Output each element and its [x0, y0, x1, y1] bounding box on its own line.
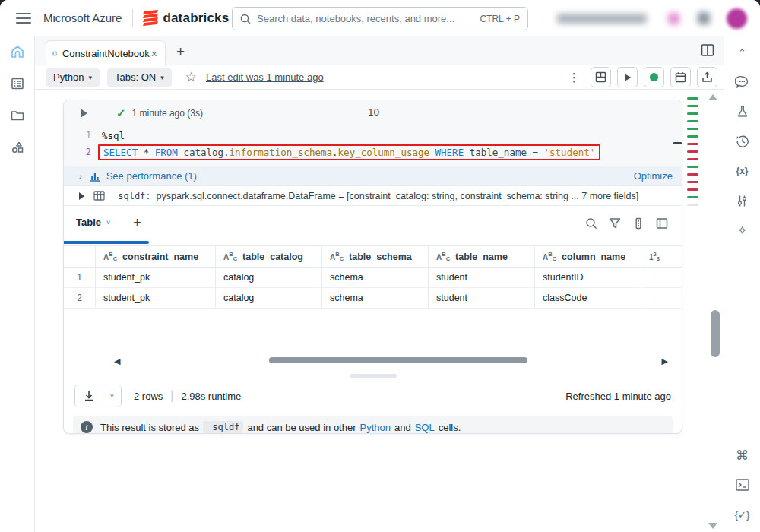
sql-token: .: [223, 147, 230, 158]
column-header[interactable]: ABCcolumn_name: [535, 246, 641, 267]
language-selector[interactable]: Python ▾: [46, 68, 100, 87]
databricks-logo[interactable]: databricks: [144, 11, 229, 26]
notebook-toolbar: Python ▾ Tabs: ON ▾ ☆ Last edit was 1 mi…: [35, 65, 724, 90]
topbar-right: [557, 0, 760, 36]
resize-handle[interactable]: [350, 374, 397, 378]
calendar-icon: [675, 71, 686, 83]
minimap-dash: [687, 204, 698, 206]
tab-table[interactable]: Table ˅: [76, 217, 110, 228]
sidebar-item-workflows[interactable]: [8, 138, 27, 157]
collapse-panel-icon[interactable]: ⌃: [734, 44, 751, 61]
scroll-left-icon[interactable]: ◀: [114, 356, 120, 366]
global-search[interactable]: CTRL + P: [232, 7, 528, 30]
overflow-menu-icon[interactable]: ⋮: [568, 71, 580, 84]
shortcuts-command-icon[interactable]: ⌘: [734, 447, 751, 464]
search-results-icon[interactable]: [585, 217, 597, 230]
list-icon: [10, 76, 25, 91]
sql-link[interactable]: SQL: [415, 422, 435, 433]
filter-icon[interactable]: [609, 217, 621, 230]
search-input[interactable]: [257, 13, 480, 24]
add-visualization-button[interactable]: +: [133, 215, 141, 231]
experiments-flask-icon[interactable]: [734, 103, 751, 120]
sidebar-item-notebooks[interactable]: [8, 74, 27, 93]
code-editor[interactable]: 1 %sql 2 SELECT * FROM catalog.informati…: [64, 125, 682, 166]
schedule-button[interactable]: [670, 67, 691, 87]
avatar[interactable]: [727, 8, 747, 29]
side-panel-icon[interactable]: [656, 217, 668, 230]
close-icon[interactable]: ×: [150, 48, 159, 60]
workspace-name-redacted[interactable]: [557, 14, 647, 24]
see-performance-link[interactable]: See performance (1): [106, 170, 197, 182]
download-button[interactable]: [75, 385, 103, 407]
table-tab-label: Table: [76, 217, 101, 228]
comments-icon[interactable]: [734, 74, 751, 90]
banner-text-post: cells.: [439, 422, 461, 433]
shapes-icon: [10, 140, 25, 155]
sidebar-item-home[interactable]: [8, 43, 27, 61]
column-header[interactable]: ABCtable_name: [429, 246, 535, 267]
column-header[interactable]: ABCtable_schema: [322, 246, 429, 267]
run-all-button[interactable]: [617, 67, 638, 87]
string-type-icon: ABC: [330, 252, 344, 262]
share-button[interactable]: [697, 67, 717, 87]
download-options-caret[interactable]: ˅: [103, 385, 121, 407]
split-view-icon[interactable]: [701, 43, 714, 60]
row-options-icon[interactable]: [632, 217, 644, 230]
column-header[interactable]: ABCtable_catalog: [216, 246, 322, 267]
hscroll-thumb[interactable]: [269, 357, 527, 363]
line-number: 2: [64, 147, 91, 157]
top-bar: Microsoft Azure databricks CTRL + P: [0, 0, 760, 36]
results-actions: [585, 206, 682, 230]
scroll-right-icon[interactable]: ▶: [662, 356, 668, 366]
active-tab-underline: [64, 241, 149, 244]
footer-separator: |: [170, 389, 173, 403]
table-row[interactable]: 2student_pkcatalogschemastudentclassCode: [64, 288, 682, 309]
scroll-up-icon[interactable]: [708, 94, 717, 100]
chevron-down-icon: ▾: [160, 74, 164, 81]
vertical-scrollbar-thumb[interactable]: [711, 310, 720, 357]
minimap-dash: [687, 97, 698, 100]
assistant-sparkle-icon[interactable]: ✧: [734, 222, 751, 239]
variable-explorer-icon[interactable]: {x}: [734, 163, 751, 179]
favorite-star-icon[interactable]: ☆: [185, 69, 197, 85]
minimap-dash: [687, 150, 698, 153]
tabs-toggle-label: Tabs: ON: [115, 71, 156, 83]
environment-settings-icon[interactable]: [734, 192, 751, 209]
python-link[interactable]: Python: [360, 422, 391, 433]
version-history-icon[interactable]: [734, 133, 751, 150]
terminal-icon[interactable]: [734, 477, 751, 493]
table-cell: schema: [322, 268, 429, 287]
expand-triangle-icon[interactable]: [79, 192, 84, 200]
hamburger-menu-icon[interactable]: [16, 13, 31, 24]
redacted-badge[interactable]: [668, 13, 679, 24]
minimap-dash: [687, 112, 698, 115]
download-icon: [84, 391, 94, 401]
table-cell: classCode: [535, 288, 641, 308]
sqldf-info-banner: i This result is stored as _sqldf and ca…: [73, 416, 673, 434]
databricks-logo-icon: [144, 11, 157, 25]
tabs-toggle[interactable]: Tabs: ON ▾: [107, 68, 172, 87]
cell-run-icon[interactable]: [81, 109, 87, 118]
numeric-type-icon: 123: [649, 252, 660, 262]
lint-check-icon[interactable]: {✓}: [734, 506, 751, 523]
redacted-apps-icon[interactable]: [698, 12, 710, 24]
scroll-down-icon[interactable]: [708, 523, 717, 529]
column-header[interactable]: ABCconstraint_name: [96, 246, 216, 267]
sidebar-item-workspace[interactable]: [8, 106, 27, 125]
tab-constraint-notebook[interactable]: ConstraintNotebook ×: [46, 40, 166, 66]
cluster-status-button[interactable]: [644, 67, 664, 87]
info-icon: i: [81, 421, 93, 433]
refreshed-timestamp: Refreshed 1 minute ago: [565, 391, 671, 402]
chevron-right-icon[interactable]: ›: [79, 172, 82, 181]
dashboard-button[interactable]: [591, 67, 611, 87]
minimap-dash: [687, 166, 698, 168]
new-tab-button[interactable]: +: [176, 43, 185, 60]
code-line-2: 2 SELECT * FROM catalog.information_sche…: [64, 144, 682, 160]
notebook-icon: [52, 48, 57, 59]
optimize-link[interactable]: Optimize: [634, 170, 673, 182]
table-row[interactable]: 1student_pkcatalogschemastudentstudentID: [64, 268, 682, 288]
column-header-partial[interactable]: 123: [641, 246, 682, 267]
sql-token: .: [332, 147, 338, 158]
minimap-dash: [687, 120, 698, 122]
last-edit-link[interactable]: Last edit was 1 minute ago: [206, 71, 324, 83]
